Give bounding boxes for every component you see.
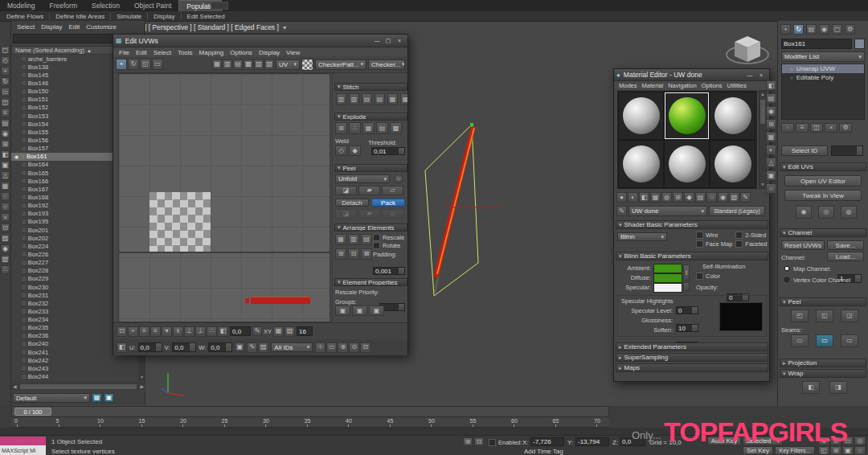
material-name-dropdown[interactable]: UW done — [628, 206, 707, 216]
edit-seams-icon[interactable]: ▭ — [816, 334, 833, 347]
uvw-option-icon[interactable]: ≡ — [150, 326, 161, 337]
vertex-color-radio[interactable]: Vertex Color Channel — [783, 276, 850, 284]
modifier-item[interactable]: ○Editable Poly — [782, 73, 864, 82]
uvw-option-icon[interactable]: ▾ — [162, 326, 172, 337]
left-toolbar-icon[interactable]: ⊡ — [1, 223, 10, 232]
left-toolbar-icon[interactable]: ◧ — [1, 150, 10, 159]
uv-display-icon[interactable]: ◎ — [818, 206, 834, 219]
minimize-button[interactable]: — — [744, 71, 755, 80]
padding-field[interactable]: 0,001 — [373, 267, 405, 275]
peel-icon-disabled[interactable]: ▰ — [358, 209, 380, 219]
arrange-icon[interactable]: ▥ — [348, 234, 359, 245]
object-color-swatch[interactable] — [854, 39, 865, 49]
uvw-toolbar-icon[interactable]: ▧ — [264, 59, 274, 70]
uv-selected-fragment[interactable] — [245, 298, 249, 303]
scene-scrollbar-h[interactable]: ◀ ▶ — [11, 382, 145, 391]
uvw-menu-tools[interactable]: Tools — [174, 49, 196, 56]
peel-options-icon[interactable]: ○ — [394, 174, 403, 183]
viewport-menu-icon[interactable]: ▼ — [282, 25, 288, 31]
y-coordinate-field[interactable]: -13,794 — [575, 437, 609, 446]
rollout-channel[interactable]: Channel — [780, 228, 866, 237]
tab-hierarchy-icon[interactable]: ▤ — [806, 24, 817, 35]
weld-icon[interactable]: ◆ — [349, 146, 361, 156]
scene-menu-select[interactable]: Select — [14, 23, 38, 31]
checker-map-swatch[interactable] — [301, 59, 313, 71]
rollout-peel-panel[interactable]: Peel — [780, 297, 866, 306]
material-tool-icon[interactable]: ▦ — [650, 192, 661, 203]
rollout-peel[interactable]: Peel — [334, 164, 407, 172]
left-toolbar-icon[interactable]: ↻ — [1, 77, 10, 86]
tab-create-icon[interactable]: + — [780, 24, 791, 35]
modifier-list-dropdown[interactable]: Modifier List — [781, 51, 865, 62]
tweak-in-view-button[interactable]: Tweak In View — [784, 190, 862, 201]
material-editor-titlebar[interactable]: ● Material Editor - UW done — × — [614, 69, 769, 81]
minimize-button[interactable]: — — [371, 36, 383, 45]
scene-menu-edit[interactable]: Edit — [65, 23, 83, 31]
uvw-option-icon[interactable]: ⊡ — [117, 326, 127, 337]
right-toolbar-icon[interactable]: ◉ — [766, 106, 776, 117]
diffuse-map-icon[interactable] — [683, 282, 690, 291]
ribbon-tool[interactable]: Display — [149, 13, 178, 20]
tab-display-icon[interactable]: ▢ — [832, 24, 842, 35]
lock-ambient-diffuse-icon[interactable]: ∥ — [683, 264, 690, 281]
threshold-field[interactable]: 0,01 — [371, 147, 405, 155]
stitch-icon[interactable]: ▤ — [375, 93, 385, 105]
uv-selected-faces[interactable] — [251, 297, 310, 304]
point-to-point-seam-icon[interactable]: ▭ — [841, 334, 858, 347]
stitch-icon[interactable]: ▥ — [349, 93, 359, 105]
diffuse-color-swatch[interactable] — [653, 273, 682, 283]
tab-modify-icon[interactable]: ↻ — [793, 24, 804, 35]
arrange-icon[interactable]: ▦ — [335, 234, 346, 245]
left-toolbar-icon[interactable]: ▦ — [1, 182, 10, 191]
left-toolbar-icon[interactable]: △ — [1, 171, 10, 180]
peel-icon[interactable]: ◪ — [335, 186, 357, 195]
visibility-icon[interactable]: ◉ — [14, 154, 18, 159]
arrange-icon[interactable]: ⊞ — [335, 248, 346, 260]
viewport-object[interactable] — [408, 21, 609, 375]
uvw-grid-icon[interactable]: ▦ — [273, 326, 284, 337]
left-toolbar-icon[interactable]: ≡ — [1, 109, 10, 117]
map-channel-radio[interactable]: Map Channel: — [783, 264, 831, 273]
xy-axis-label[interactable]: XY — [264, 328, 272, 335]
left-toolbar-icon[interactable]: ◫ — [1, 98, 10, 107]
select-id-button[interactable]: Select ID — [781, 146, 828, 156]
left-toolbar-icon[interactable]: ⊞ — [1, 140, 10, 149]
scene-menu-customize[interactable]: Customize — [83, 23, 120, 31]
macro-recorder-field[interactable] — [0, 437, 46, 445]
rollout-projection[interactable]: Projection — [780, 359, 866, 367]
left-toolbar-icon[interactable]: ▭ — [1, 88, 10, 96]
left-toolbar-icon[interactable]: ◆ — [1, 244, 10, 253]
right-toolbar-icon[interactable]: ▦ — [766, 132, 776, 142]
uvw-menu-file[interactable]: File — [116, 49, 133, 56]
ribbon-tab[interactable]: Selection — [84, 0, 127, 11]
paint-select-icon[interactable]: ✎ — [247, 342, 257, 353]
viewport-label[interactable]: [ + ] [ Perspective ] [ Standard ] [ Edg… — [135, 23, 279, 31]
edit-uvws-titlebar[interactable]: ▦ Edit UVWs — ▢ × — [113, 35, 407, 47]
material-menu-material[interactable]: Material — [640, 82, 666, 89]
lock-icon[interactable]: ▣ — [235, 342, 244, 352]
texture-map-dropdown-2[interactable]: Checker... — [368, 59, 405, 70]
paint-select-icon[interactable]: ▨ — [258, 342, 268, 353]
rollout-element-properties[interactable]: Element Properties — [334, 278, 407, 286]
peel-tool-icon[interactable]: ◲ — [841, 309, 858, 322]
uv-display-icon[interactable]: ◍ — [841, 206, 857, 219]
right-toolbar-icon[interactable]: ▣ — [766, 170, 776, 181]
uvw-toolbar-icon[interactable]: ▩ — [244, 59, 253, 70]
rollout-explode[interactable]: Explode — [334, 113, 407, 121]
uvw-toolbar-icon[interactable]: ▤ — [233, 59, 243, 70]
select-id-field[interactable] — [831, 146, 863, 156]
close-button[interactable]: × — [755, 71, 767, 80]
checkbox-face-map[interactable]: Face Map — [696, 240, 732, 248]
right-toolbar-icon[interactable]: ⊞ — [766, 119, 776, 129]
checkbox-2-sided[interactable]: 2-Sided — [735, 232, 768, 239]
material-menu-navigation[interactable]: Navigation — [665, 82, 698, 89]
rollout-arrange-elements[interactable]: Arrange Elements — [334, 223, 407, 232]
explode-icon[interactable]: ∴ — [349, 122, 361, 134]
group-icon[interactable]: ▣ — [352, 305, 367, 316]
explode-icon[interactable]: ▦ — [362, 122, 375, 134]
material-type-button[interactable]: Standard (Legacy) — [709, 206, 765, 216]
uv-canvas[interactable] — [118, 73, 330, 322]
material-tool-icon[interactable]: ◍ — [661, 192, 672, 203]
scene-menu-display[interactable]: Display — [38, 23, 65, 31]
material-slot[interactable] — [618, 140, 664, 188]
